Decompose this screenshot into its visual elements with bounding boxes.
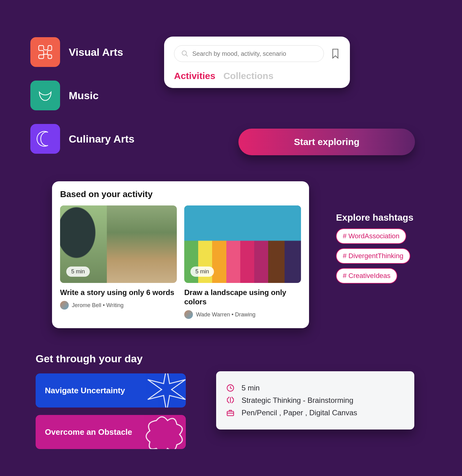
clock-icon <box>226 384 235 392</box>
day-tile-label: Overcome an Obstacle <box>45 427 132 437</box>
activity-heading: Based on your activity <box>60 189 301 199</box>
svg-line-1 <box>186 55 188 56</box>
star-icon <box>142 373 186 408</box>
start-exploring-button[interactable]: Start exploring <box>238 129 415 155</box>
day-tile-navigate-uncertainty[interactable]: Navigate Uncertainty <box>36 373 186 408</box>
activity-item-1[interactable]: 5 min Write a story using only 6 words J… <box>60 205 177 319</box>
activity-item-title: Write a story using only 6 words <box>60 288 177 297</box>
hashtags-section: Explore hashtags # WordAssociation # Div… <box>336 212 435 288</box>
activity-author: Jerome Bell • Writing <box>60 301 177 310</box>
activity-author: Wade Warren • Drawing <box>184 310 301 319</box>
hashtag-divergentthinking[interactable]: # DivergentThinking <box>336 248 410 264</box>
search-icon <box>181 50 189 57</box>
category-culinary[interactable]: Culinary Arts <box>30 124 134 154</box>
duration-pill: 5 min <box>66 267 90 277</box>
visual-arts-icon <box>30 37 60 67</box>
search-input-wrap[interactable] <box>174 45 324 62</box>
day-tile-overcome-obstacle[interactable]: Overcome an Obstacle <box>36 415 186 449</box>
detail-text: Strategic Thinking - Brainstorming <box>242 396 353 405</box>
search-card: Activities Collections <box>164 37 350 88</box>
category-label: Visual Arts <box>69 46 123 58</box>
hashtag-creativeideas[interactable]: # CreativeIdeas <box>336 268 397 284</box>
category-music[interactable]: Music <box>30 81 134 110</box>
culinary-icon <box>30 124 60 154</box>
avatar <box>60 301 69 310</box>
activity-item-title: Draw a landscape using only colors <box>184 288 301 306</box>
detail-duration: 5 min <box>226 384 404 392</box>
category-visual-arts[interactable]: Visual Arts <box>30 37 134 67</box>
brain-icon <box>226 396 235 405</box>
activity-thumbnail: 5 min <box>60 205 177 283</box>
activity-card: Based on your activity 5 min Write a sto… <box>52 181 309 328</box>
svg-rect-3 <box>227 411 234 416</box>
search-input[interactable] <box>192 50 317 57</box>
category-label: Culinary Arts <box>69 133 134 145</box>
category-list: Visual Arts Music Culinary Arts <box>30 37 134 167</box>
duration-pill: 5 min <box>190 267 214 277</box>
blob-icon <box>142 415 186 449</box>
activity-item-2[interactable]: 5 min Draw a landscape using only colors… <box>184 205 301 319</box>
hashtag-wordassociation[interactable]: # WordAssociation <box>336 228 406 244</box>
activity-thumbnail: 5 min <box>184 205 301 283</box>
tab-activities[interactable]: Activities <box>174 71 215 81</box>
detail-text: Pen/Pencil , Paper , Digital Canvas <box>242 408 357 417</box>
svg-point-0 <box>182 51 186 55</box>
bookmark-icon[interactable] <box>331 48 340 59</box>
day-heading: Get through your day <box>36 353 186 365</box>
category-label: Music <box>69 90 98 102</box>
detail-text: 5 min <box>242 384 260 392</box>
detail-skill: Strategic Thinking - Brainstorming <box>226 396 404 405</box>
day-tile-label: Navigate Uncertainty <box>45 386 125 395</box>
search-tabs: Activities Collections <box>174 71 340 81</box>
avatar <box>184 310 193 319</box>
music-icon <box>30 81 60 110</box>
hashtags-heading: Explore hashtags <box>336 212 435 223</box>
detail-tools: Pen/Pencil , Paper , Digital Canvas <box>226 408 404 417</box>
toolbox-icon <box>226 408 235 417</box>
tab-collections[interactable]: Collections <box>223 71 273 81</box>
details-card: 5 min Strategic Thinking - Brainstorming… <box>216 371 414 430</box>
day-section: Get through your day Navigate Uncertaint… <box>36 353 186 456</box>
